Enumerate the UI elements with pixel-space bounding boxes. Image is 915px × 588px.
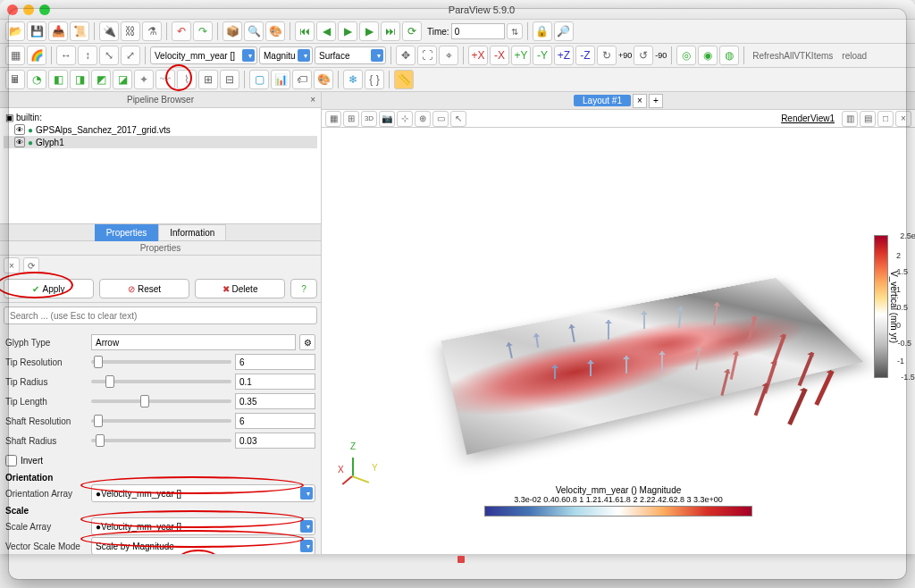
tip-resolution-value[interactable]: 6 <box>235 354 315 370</box>
zoom-to-box-icon[interactable]: ⛶ <box>417 46 437 65</box>
plusx-icon[interactable]: +X <box>468 46 488 65</box>
render-view[interactable]: Z Y X 2.5e+00 2 1.5 1 0.5 0 -0.5 <box>322 128 915 554</box>
redo-icon[interactable]: ↷ <box>193 21 213 41</box>
add-layout-icon[interactable]: + <box>649 94 663 108</box>
histogram-icon[interactable]: 📊 <box>271 70 290 89</box>
help-button[interactable]: ? <box>290 279 317 298</box>
save-icon[interactable]: 💾 <box>27 21 46 41</box>
tab-properties[interactable]: Properties <box>95 224 159 241</box>
glyph-node[interactable]: 👁 ● Glyph1 <box>4 136 317 148</box>
target1-icon[interactable]: ◎ <box>676 46 696 65</box>
group-icon[interactable]: ⊞ <box>198 70 218 89</box>
lock-view-icon[interactable]: 🔒 <box>533 21 552 41</box>
view-axes-icon[interactable]: ⊹ <box>397 111 413 127</box>
rescale-temporal-icon[interactable]: ⤢ <box>121 46 140 65</box>
view-opt1-icon[interactable]: ▦ <box>325 111 341 127</box>
property-search[interactable] <box>4 307 317 324</box>
close-layout-icon[interactable]: × <box>633 94 647 108</box>
colormap2-icon[interactable]: 🎨 <box>314 70 333 89</box>
time-step-spinner[interactable]: ⇅ <box>507 23 523 39</box>
refresh-vtk-link[interactable]: RefreshAllVTKItems <box>749 51 836 61</box>
pipeline-browser[interactable]: ▣builtin: 👁 ● GPSAlps_Sanchez_2017_grid.… <box>0 108 321 224</box>
reset-button[interactable]: ⊘Reset <box>99 279 189 298</box>
component-select[interactable]: Magnitu <box>259 46 313 64</box>
threshold-icon[interactable]: ◩ <box>91 70 111 89</box>
slice-icon[interactable]: ◨ <box>70 70 89 89</box>
time-input[interactable] <box>451 23 505 39</box>
rotate-minus90-icon[interactable]: ↺ <box>634 46 653 65</box>
calculator-icon[interactable]: 🖩 <box>5 70 25 89</box>
zoom-closest-icon[interactable]: ⌖ <box>439 46 458 65</box>
find-data-icon[interactable]: 🔍 <box>244 21 264 41</box>
extract-icon[interactable]: ◪ <box>113 70 132 89</box>
color-array-select[interactable]: Velocity_mm_year [] <box>150 46 257 64</box>
tip-radius-value[interactable]: 0.1 <box>235 374 315 390</box>
plusz-icon[interactable]: +Z <box>554 46 574 65</box>
apply-button[interactable]: ✔Apply <box>4 279 94 298</box>
zoom-data-icon[interactable]: 🔎 <box>554 21 574 41</box>
save-state-icon[interactable]: 📥 <box>48 21 68 41</box>
view-select-icon[interactable]: ▭ <box>432 111 449 127</box>
panel-close-icon[interactable]: × <box>4 257 20 273</box>
reload-link[interactable]: reload <box>838 51 870 61</box>
visibility-icon[interactable]: 👁 <box>14 124 25 135</box>
first-frame-icon[interactable]: ⏮ <box>295 21 315 41</box>
delete-button[interactable]: ✖Delete <box>195 279 285 298</box>
color-palette-icon[interactable]: 🎨 <box>265 21 285 41</box>
ruler-icon[interactable]: 📏 <box>394 70 414 89</box>
warp-icon[interactable]: ⌇ <box>177 70 197 89</box>
view-3d-icon[interactable]: 3D <box>361 111 377 127</box>
box-icon[interactable]: ▢ <box>249 70 269 89</box>
shaft-radius-value[interactable]: 0.03 <box>235 433 315 449</box>
minimize-window[interactable] <box>23 4 34 15</box>
layout-tab[interactable]: Layout #1 <box>574 95 631 106</box>
rotate-plus90-icon[interactable]: ↻ <box>597 46 617 65</box>
shaft-resolution-slider[interactable] <box>91 419 231 423</box>
pipeline-close-icon[interactable]: × <box>310 95 315 105</box>
tip-resolution-slider[interactable] <box>91 360 231 364</box>
glyph-type-value[interactable]: Arrow <box>91 334 296 350</box>
view-pick-icon[interactable]: ↖ <box>450 111 466 127</box>
target3-icon[interactable]: ◍ <box>719 46 739 65</box>
target2-icon[interactable]: ◉ <box>698 46 718 65</box>
close-view-icon[interactable]: × <box>895 111 911 127</box>
loop-icon[interactable]: ⟳ <box>402 21 422 41</box>
plusy-icon[interactable]: +Y <box>511 46 531 65</box>
builtin-node[interactable]: ▣builtin: <box>4 112 317 123</box>
rescale-custom-icon[interactable]: ↕ <box>78 46 97 65</box>
clip-icon[interactable]: ◧ <box>48 70 68 89</box>
maximize-window[interactable] <box>39 4 50 15</box>
extract-selection-icon[interactable]: ⊟ <box>220 70 239 89</box>
scale-array-select[interactable]: ● Velocity_mm_year [] <box>91 517 315 535</box>
script-icon[interactable]: 📜 <box>70 21 89 41</box>
search-input[interactable] <box>4 307 317 324</box>
maximize-view-icon[interactable]: □ <box>877 111 894 127</box>
color-legend-icon[interactable]: 🏷 <box>292 70 312 89</box>
rescale-range-icon[interactable]: ↔ <box>56 46 76 65</box>
edit-colormap-icon[interactable]: 🌈 <box>27 46 46 65</box>
glyph-filter-icon[interactable]: ✦ <box>134 70 154 89</box>
tip-radius-slider[interactable] <box>91 380 231 383</box>
visibility-icon[interactable]: 👁 <box>14 137 25 147</box>
glyph-type-gear-icon[interactable]: ⚙ <box>299 334 315 350</box>
representation-select[interactable]: Surface <box>315 46 386 64</box>
snowflake-icon[interactable]: ❄ <box>343 70 363 89</box>
contour-icon[interactable]: ◔ <box>27 70 46 89</box>
undo-icon[interactable]: ↶ <box>172 21 191 41</box>
connect-icon[interactable]: 🔌 <box>99 21 119 41</box>
tip-length-value[interactable]: 0.35 <box>235 393 315 409</box>
vector-scale-mode-select[interactable]: Scale by Magnitude <box>91 537 315 554</box>
tab-information[interactable]: Information <box>158 224 226 241</box>
panel-reload-icon[interactable]: ⟳ <box>23 257 39 273</box>
next-frame-icon[interactable]: ▶ <box>359 21 379 41</box>
minusx-icon[interactable]: -X <box>490 46 509 65</box>
shaft-radius-slider[interactable] <box>91 439 231 442</box>
split-v-icon[interactable]: ▤ <box>860 111 876 127</box>
play-icon[interactable]: ▶ <box>338 21 357 41</box>
show-scalar-bar-icon[interactable]: ▦ <box>5 46 25 65</box>
source-node[interactable]: 👁 ● GPSAlps_Sanchez_2017_grid.vts <box>4 123 317 136</box>
rescale-visible-icon[interactable]: ⤡ <box>99 46 119 65</box>
catalyst-icon[interactable]: ⚗ <box>142 21 162 41</box>
disconnect-icon[interactable]: ⛓ <box>121 21 140 41</box>
view-opt2-icon[interactable]: ⊞ <box>343 111 359 127</box>
